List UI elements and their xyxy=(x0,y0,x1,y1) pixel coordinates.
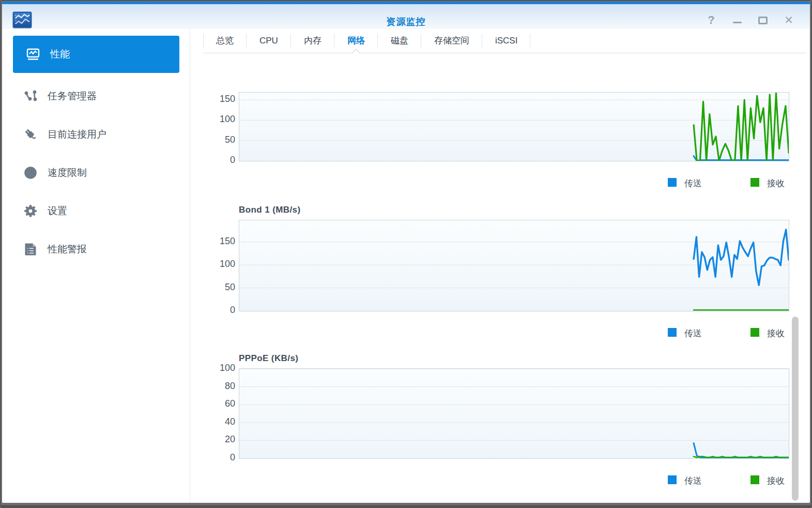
network-interface-chart: 050100150 传送 接收 xyxy=(190,92,810,161)
legend-label-transmit: 传送 xyxy=(684,475,702,487)
sidebar-item-label: 目前连接用户 xyxy=(48,128,106,141)
tab-overview[interactable]: 总览 xyxy=(203,29,247,53)
sidebar-item-label: 性能警报 xyxy=(48,243,87,256)
legend-label-transmit: 传送 xyxy=(684,327,702,339)
y-axis-tick-label: 0 xyxy=(190,305,235,316)
tab-iscsi[interactable]: iSCSI xyxy=(482,29,530,53)
tab-bar: 总览 CPU 内存 网络 磁盘 存储空间 iSCSI xyxy=(203,29,530,53)
help-button[interactable]: ? xyxy=(704,13,718,27)
y-axis-tick-label: 40 xyxy=(190,416,235,427)
y-axis-tick-label: 0 xyxy=(190,155,235,166)
legend-label-transmit: 传送 xyxy=(684,177,702,189)
chart-plot-area xyxy=(239,92,789,161)
chart-plot-area xyxy=(239,220,789,311)
y-axis-tick-label: 100 xyxy=(190,363,235,373)
legend-label-receive: 接收 xyxy=(767,177,785,189)
legend-swatch-transmit xyxy=(668,178,677,187)
sidebar-item-label: 任务管理器 xyxy=(48,89,97,103)
legend-swatch-receive xyxy=(750,475,759,484)
legend-swatch-receive xyxy=(750,328,759,337)
resource-monitor-window: 资源监控 ? ✕ 性能 xyxy=(2,2,810,503)
close-button[interactable]: ✕ xyxy=(782,13,795,27)
y-axis-tick-label: 150 xyxy=(190,94,235,104)
connected-users-plug-icon xyxy=(23,127,38,142)
sidebar-item-label: 性能 xyxy=(50,48,70,61)
y-axis-labels: 050100150 xyxy=(190,220,235,311)
minimize-icon xyxy=(733,22,742,23)
y-axis-tick-label: 60 xyxy=(190,398,235,409)
chart-legend: 传送 接收 xyxy=(239,327,789,339)
y-axis-tick-label: 150 xyxy=(190,236,235,247)
speed-limit-gauge-icon xyxy=(23,166,38,180)
y-axis-tick-label: 20 xyxy=(190,434,235,445)
legend-label-receive: 接收 xyxy=(767,475,785,487)
y-axis-tick-label: 100 xyxy=(190,259,235,270)
settings-gear-icon xyxy=(23,204,38,218)
sidebar-item-speed-limit[interactable]: 速度限制 xyxy=(2,154,190,192)
sidebar-item-performance-alarm[interactable]: 性能警报 xyxy=(2,230,190,268)
titlebar: 资源监控 ? ✕ xyxy=(2,4,810,30)
performance-alarm-report-icon xyxy=(23,242,38,257)
window-controls: ? ✕ xyxy=(704,13,795,27)
maximize-button[interactable] xyxy=(756,13,770,27)
sidebar-item-connected-users[interactable]: 目前连接用户 xyxy=(2,115,190,154)
y-axis-tick-label: 50 xyxy=(190,135,235,145)
chart-legend: 传送 接收 xyxy=(239,475,789,486)
y-axis-labels: 050100150 xyxy=(190,92,235,161)
minimize-button[interactable] xyxy=(730,13,744,27)
sidebar-item-task-manager[interactable]: 任务管理器 xyxy=(2,77,190,115)
y-axis-tick-label: 80 xyxy=(190,381,235,392)
y-axis-tick-label: 50 xyxy=(190,282,235,293)
legend-swatch-transmit xyxy=(668,328,677,337)
main-content: 总览 CPU 内存 网络 磁盘 存储空间 iSCSI 050100150 传送 … xyxy=(190,29,810,503)
tab-cpu[interactable]: CPU xyxy=(247,29,291,53)
legend-swatch-receive xyxy=(750,178,759,187)
maximize-icon xyxy=(758,17,768,24)
pppoe-chart: PPPoE (KB/s) 020406080100 传送 接收 xyxy=(190,368,810,459)
sidebar-item-performance[interactable]: 性能 xyxy=(13,36,179,73)
sidebar: 性能 任务管理器 xyxy=(2,29,190,503)
performance-monitor-icon xyxy=(26,47,40,62)
y-axis-tick-label: 0 xyxy=(190,452,235,463)
sidebar-item-label: 速度限制 xyxy=(48,166,87,180)
chart-title: PPPoE (KB/s) xyxy=(239,353,298,364)
sidebar-item-label: 设置 xyxy=(48,204,67,218)
chart-title: Bond 1 (MB/s) xyxy=(239,205,300,215)
legend-label-receive: 接收 xyxy=(767,327,785,339)
tab-memory[interactable]: 内存 xyxy=(291,29,334,53)
y-axis-tick-label: 100 xyxy=(190,114,235,125)
tab-disk[interactable]: 磁盘 xyxy=(378,29,421,53)
chart-legend: 传送 接收 xyxy=(239,177,789,189)
tab-volume[interactable]: 存储空间 xyxy=(421,29,482,53)
bond1-chart: Bond 1 (MB/s) 050100150 传送 接收 xyxy=(190,220,810,311)
chart-plot-area xyxy=(239,368,789,459)
task-manager-icon xyxy=(23,89,38,103)
vertical-scrollbar-thumb[interactable] xyxy=(792,317,799,501)
window-title: 资源监控 xyxy=(2,16,810,28)
legend-swatch-transmit xyxy=(668,475,677,484)
tabbar-border xyxy=(203,53,806,53)
sidebar-item-settings[interactable]: 设置 xyxy=(2,192,190,230)
y-axis-labels: 020406080100 xyxy=(190,368,235,459)
